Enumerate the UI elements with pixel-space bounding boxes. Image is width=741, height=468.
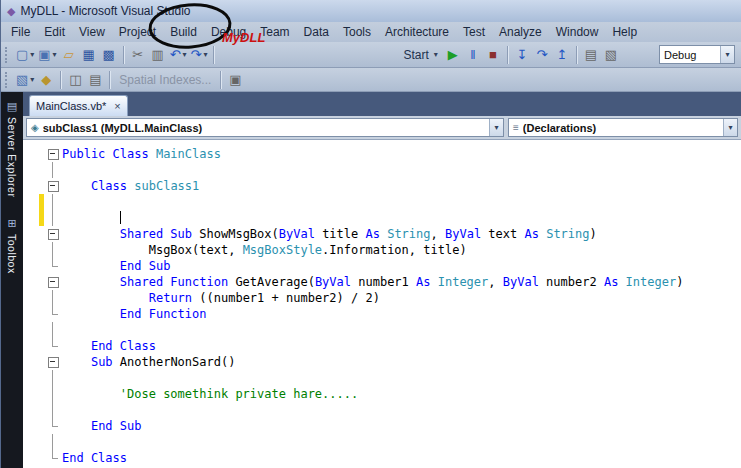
fold-marker[interactable] [44, 418, 62, 434]
menu-item-edit[interactable]: Edit [37, 23, 72, 41]
redo-button[interactable]: ↷▾ [189, 45, 210, 65]
primary-key-button[interactable]: ◆ [36, 70, 56, 90]
code-text [62, 210, 121, 226]
step-into-button[interactable]: ↧ [512, 45, 532, 65]
chevron-down-icon[interactable]: ▾ [489, 119, 503, 136]
fold-marker[interactable] [44, 290, 62, 306]
code-text: End Sub [62, 258, 170, 274]
menu-item-tools[interactable]: Tools [336, 23, 378, 41]
fold-marker[interactable] [44, 274, 62, 290]
fold-marker[interactable] [44, 178, 62, 194]
code-line[interactable] [23, 434, 741, 450]
code-line[interactable]: End Sub [23, 258, 741, 274]
code-line[interactable]: Shared Function GetAverage(ByVal number1… [23, 274, 741, 290]
immediate-window-button[interactable]: ▤ [581, 45, 601, 65]
save-all-button[interactable]: ▩ [99, 45, 119, 65]
code-line[interactable] [23, 210, 741, 226]
menu-item-architecture[interactable]: Architecture [378, 23, 456, 41]
chevron-down-icon[interactable]: ▾ [723, 119, 737, 136]
code-line[interactable]: Return ((number1 + number2) / 2) [23, 290, 741, 306]
fold-marker[interactable] [44, 210, 62, 226]
code-line[interactable] [23, 194, 741, 210]
manage-indexes-button[interactable]: ▤ [85, 70, 105, 90]
menu-item-project[interactable]: Project [112, 23, 163, 41]
toolbar-grip[interactable] [5, 47, 10, 63]
chevron-down-icon[interactable]: ▾ [720, 46, 734, 63]
menu-item-test[interactable]: Test [456, 23, 492, 41]
code-line[interactable]: MsgBox(text, MsgBoxStyle.Information, ti… [23, 242, 741, 258]
code-editor[interactable]: Public Class MainClass Class subClass1 S… [23, 140, 741, 468]
menu-item-data[interactable]: Data [297, 23, 336, 41]
menu-item-build[interactable]: Build [163, 23, 204, 41]
step-out-button[interactable]: ↥ [552, 45, 572, 65]
window-title: MyDLL - Microsoft Visual Studio [20, 4, 190, 18]
code-line[interactable] [23, 370, 741, 386]
undo-button[interactable]: ↶▾ [168, 45, 189, 65]
fold-marker[interactable] [44, 146, 62, 162]
menu-item-team[interactable]: Team [253, 23, 296, 41]
fulltext-index-button[interactable]: ▣ [225, 70, 245, 90]
toolbar-grip[interactable] [5, 72, 10, 88]
toolbar-standard: ▢▾▣▾▱▦▩✂▥↶▾↷▾Start▾▶‖■↧↷↥▤▧Debug▾ [1, 42, 741, 68]
add-new-item-button[interactable]: ▣▾ [36, 45, 58, 65]
fold-marker[interactable] [44, 434, 62, 450]
output-window-button[interactable]: ▧ [601, 45, 621, 65]
break-all-button[interactable]: ‖ [463, 45, 483, 65]
code-line[interactable]: Shared Sub ShowMsgBox(ByVal title As Str… [23, 226, 741, 242]
generate-change-script-button[interactable]: ▧▾ [14, 70, 36, 90]
menu-item-view[interactable]: View [72, 23, 112, 41]
fold-marker[interactable] [44, 162, 62, 178]
fold-marker[interactable] [44, 338, 62, 354]
fold-marker[interactable] [44, 450, 62, 466]
step-over-button[interactable]: ↷ [532, 45, 552, 65]
members-dropdown[interactable]: ≡ (Declarations) ▾ [508, 118, 738, 137]
code-line[interactable] [23, 322, 741, 338]
close-tab-icon[interactable]: × [114, 101, 120, 112]
copy-icon: ▥ [151, 48, 163, 61]
open-file-button[interactable]: ▱ [59, 45, 79, 65]
fold-marker[interactable] [44, 402, 62, 418]
menu-item-window[interactable]: Window [549, 23, 606, 41]
relationships-button[interactable]: ◫ [65, 70, 85, 90]
side-tab-server-explorer[interactable]: ▤Server Explorer [6, 100, 18, 197]
cut-button[interactable]: ✂ [128, 45, 148, 65]
new-project-button[interactable]: ▢▾ [14, 45, 36, 65]
code-line[interactable]: Public Class MainClass [23, 146, 741, 162]
code-text: End Class [62, 338, 156, 354]
fold-marker[interactable] [44, 226, 62, 242]
side-tab-label: Server Explorer [6, 117, 18, 197]
menu-item-help[interactable]: Help [605, 23, 644, 41]
side-tab-toolbox[interactable]: ⊞Toolbox [6, 217, 18, 274]
code-line[interactable]: End Class [23, 450, 741, 466]
types-dropdown[interactable]: ◈ subClass1 (MyDLL.MainClass) ▾ [26, 118, 504, 137]
fold-marker[interactable] [44, 322, 62, 338]
fold-marker[interactable] [44, 354, 62, 370]
menu-item-analyze[interactable]: Analyze [492, 23, 549, 41]
save-button[interactable]: ▦ [79, 45, 99, 65]
primary-key-icon: ◆ [41, 73, 51, 86]
start-dropdown[interactable]: Start▾ [398, 45, 442, 65]
start-debugging-button[interactable]: ▶ [443, 45, 463, 65]
code-line[interactable]: 'Dose somethink private hare..... [23, 386, 741, 402]
fold-marker[interactable] [44, 194, 62, 210]
stop-debugging-button[interactable]: ■ [483, 45, 503, 65]
line-gutter [23, 258, 39, 274]
copy-button[interactable]: ▥ [148, 45, 168, 65]
code-line[interactable]: End Sub [23, 418, 741, 434]
menu-item-file[interactable]: File [4, 23, 37, 41]
fold-marker[interactable] [44, 386, 62, 402]
solution-configurations-combo[interactable]: Debug▾ [659, 45, 735, 64]
menu-item-debug[interactable]: Debug [204, 23, 253, 41]
code-line[interactable] [23, 162, 741, 178]
fold-marker[interactable] [44, 258, 62, 274]
fold-marker[interactable] [44, 242, 62, 258]
code-line[interactable] [23, 402, 741, 418]
code-line[interactable]: Class subClass1 [23, 178, 741, 194]
fold-marker[interactable] [44, 370, 62, 386]
code-line[interactable]: End Class [23, 338, 741, 354]
code-line[interactable]: End Function [23, 306, 741, 322]
code-line[interactable]: Sub AnotherNonSard() [23, 354, 741, 370]
tab-mainclass-vb[interactable]: MainClass.vb* × [29, 95, 128, 116]
fold-marker[interactable] [44, 306, 62, 322]
chevron-down-icon: ▾ [434, 50, 438, 59]
